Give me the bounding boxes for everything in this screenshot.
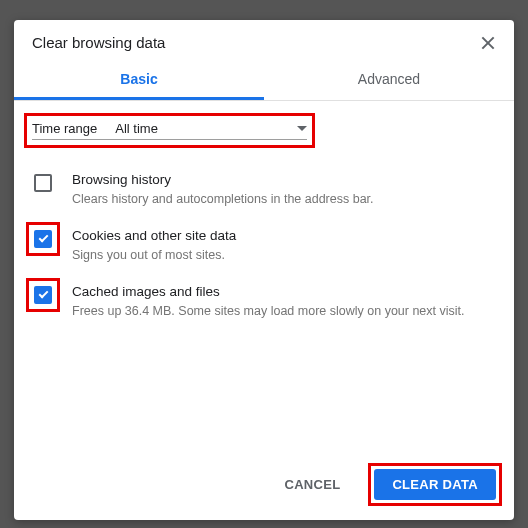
option-title: Cached images and files [72,284,465,299]
check-icon [38,289,48,299]
checkbox-wrap [26,166,60,200]
checkbox-highlight [26,222,60,256]
checkbox-cookies[interactable] [34,230,52,248]
tab-advanced[interactable]: Advanced [264,61,514,100]
time-range-highlight: Time range All time [24,113,315,148]
option-cache: Cached images and files Frees up 36.4 MB… [26,278,502,320]
checkbox-highlight [26,278,60,312]
clear-browsing-data-dialog: Clear browsing data Basic Advanced Time … [14,20,514,520]
dialog-content: Time range All time Browsing history Cle… [14,101,514,453]
dialog-title: Clear browsing data [32,34,480,51]
tab-bar: Basic Advanced [14,61,514,101]
time-range-label: Time range [32,121,97,136]
dialog-actions: Cancel Clear data [14,453,514,520]
chevron-down-icon [297,126,307,131]
clear-data-button[interactable]: Clear data [374,469,496,500]
option-browsing-history: Browsing history Clears history and auto… [26,166,502,208]
option-title: Browsing history [72,172,374,187]
option-desc: Frees up 36.4 MB. Some sites may load mo… [72,303,465,320]
time-range-value: All time [115,121,158,136]
checkbox-browsing-history[interactable] [34,174,52,192]
time-range-select[interactable]: Time range All time [32,121,307,140]
tab-basic[interactable]: Basic [14,61,264,100]
cancel-button[interactable]: Cancel [266,469,358,500]
option-cookies: Cookies and other site data Signs you ou… [26,222,502,264]
dialog-header: Clear browsing data [14,20,514,61]
close-icon[interactable] [480,35,496,51]
check-icon [38,233,48,243]
checkbox-cache[interactable] [34,286,52,304]
clear-button-highlight: Clear data [368,463,502,506]
option-desc: Clears history and autocompletions in th… [72,191,374,208]
option-title: Cookies and other site data [72,228,236,243]
option-desc: Signs you out of most sites. [72,247,236,264]
